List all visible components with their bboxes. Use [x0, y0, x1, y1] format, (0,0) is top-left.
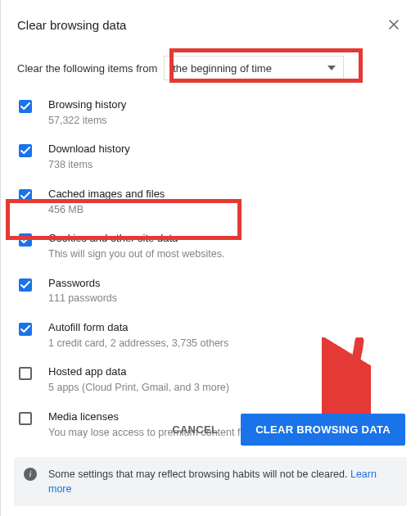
check-icon: [20, 325, 30, 333]
item-text: Passwords111 passwords: [48, 277, 117, 306]
item-row: Browsing history57,322 items: [17, 98, 407, 128]
checkbox[interactable]: [19, 412, 32, 425]
items-list: Browsing history57,322 itemsDownload his…: [17, 98, 407, 440]
footer-text-wrap: Some settings that may reflect browsing …: [48, 467, 394, 496]
checkbox-wrap: [17, 365, 34, 380]
checkbox-wrap: [17, 232, 34, 247]
dialog-actions: CANCEL CLEAR BROWSING DATA: [167, 414, 405, 446]
checkbox-wrap: [17, 188, 34, 202]
item-title: Download history: [48, 143, 130, 156]
footer-text: Some settings that may reflect browsing …: [48, 468, 350, 480]
checkbox[interactable]: [19, 144, 32, 157]
item-row: Passwords111 passwords: [17, 277, 407, 306]
dialog-title: Clear browsing data: [17, 18, 126, 32]
checkbox-wrap: [17, 98, 34, 113]
item-row: Hosted app data5 apps (Cloud Print, Gmai…: [17, 365, 407, 395]
time-range-value: the beginning of time: [164, 56, 344, 80]
close-icon: [389, 20, 399, 29]
item-subtitle: 57,322 items: [48, 114, 126, 129]
item-text: Browsing history57,322 items: [48, 98, 126, 128]
item-title: Passwords: [48, 277, 117, 291]
clear-browsing-data-button[interactable]: CLEAR BROWSING DATA: [241, 414, 405, 446]
info-icon: i: [24, 468, 37, 481]
time-range-row: Clear the following items from the begin…: [17, 56, 407, 80]
close-button[interactable]: [384, 15, 404, 34]
item-text: Download history738 items: [48, 143, 130, 172]
checkbox-wrap: [17, 410, 34, 425]
chevron-down-icon: [327, 66, 336, 70]
item-text: Cookies and other site dataThis will sig…: [48, 232, 224, 261]
checkbox[interactable]: [19, 233, 32, 247]
checkbox[interactable]: [19, 278, 32, 292]
item-title: Autofill form data: [48, 321, 228, 335]
item-row: Autofill form data1 credit card, 2 addre…: [17, 321, 407, 351]
item-row: Download history738 items: [17, 143, 407, 172]
checkbox[interactable]: [19, 323, 32, 336]
item-text: Hosted app data5 apps (Cloud Print, Gmai…: [48, 365, 229, 395]
item-title: Browsing history: [48, 98, 126, 112]
item-title: Cached images and files: [48, 188, 165, 201]
checkbox[interactable]: [19, 189, 32, 202]
item-subtitle: 738 items: [48, 158, 130, 173]
item-title: Hosted app data: [48, 365, 229, 379]
checkbox-wrap: [17, 143, 34, 157]
checkbox-wrap: [17, 321, 34, 336]
item-row: Cached images and files456 MB: [17, 188, 407, 217]
clear-browsing-data-dialog: Clear browsing data Clear the following …: [0, 0, 420, 516]
checkbox[interactable]: [19, 100, 32, 113]
checkbox-wrap: [17, 277, 34, 292]
item-row: Cookies and other site dataThis will sig…: [17, 232, 407, 261]
item-text: Autofill form data1 credit card, 2 addre…: [48, 321, 228, 351]
item-subtitle: This will sign you out of most websites.: [48, 247, 224, 262]
dialog-header: Clear browsing data: [17, 15, 407, 34]
check-icon: [20, 281, 30, 289]
checkbox[interactable]: [19, 367, 32, 380]
item-subtitle: 111 passwords: [48, 292, 117, 306]
check-icon: [20, 102, 30, 111]
footer-notice: i Some settings that may reflect browsin…: [14, 457, 407, 506]
time-range-label: Clear the following items from: [17, 62, 157, 75]
item-subtitle: 5 apps (Cloud Print, Gmail, and 3 more): [48, 381, 229, 396]
check-icon: [20, 147, 30, 155]
item-subtitle: 456 MB: [48, 203, 165, 218]
check-icon: [20, 236, 30, 244]
item-subtitle: 1 credit card, 2 addresses, 3,735 others: [48, 337, 228, 351]
item-title: Cookies and other site data: [48, 232, 224, 246]
time-range-select[interactable]: the beginning of time: [164, 56, 344, 80]
check-icon: [20, 192, 30, 200]
cancel-button[interactable]: CANCEL: [167, 423, 223, 437]
item-text: Cached images and files456 MB: [48, 188, 165, 217]
